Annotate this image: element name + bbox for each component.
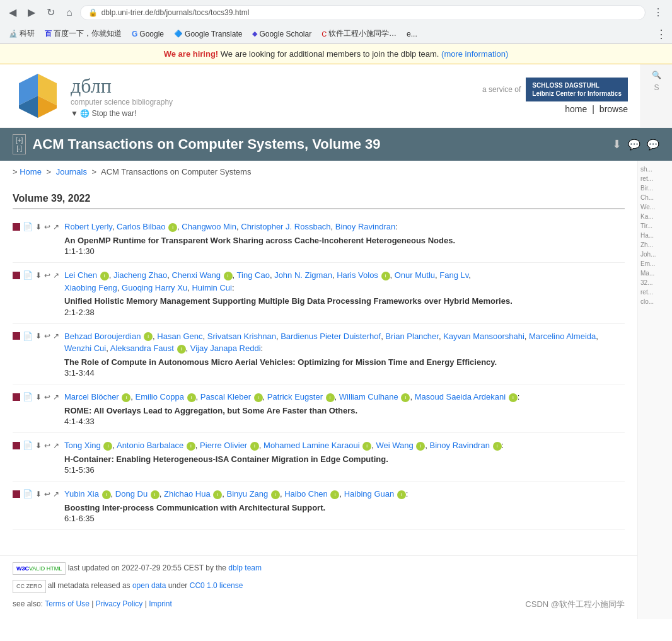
side-panel-item[interactable]: sh...: [640, 166, 669, 173]
cite-paper-icon[interactable]: ↩: [44, 441, 50, 450]
orcid-icon[interactable]: i: [187, 442, 195, 451]
cite-paper-icon[interactable]: ↩: [44, 271, 50, 280]
orcid-icon[interactable]: i: [213, 490, 222, 499]
side-panel-item[interactable]: Zh...: [640, 241, 669, 248]
cite-paper-icon[interactable]: ↩: [44, 393, 50, 401]
orcid-icon[interactable]: i: [144, 332, 153, 341]
download-paper-icon[interactable]: ⬇: [35, 393, 42, 401]
comment-icon[interactable]: 💬: [647, 139, 659, 151]
share-paper-icon[interactable]: ↗: [53, 441, 59, 450]
orcid-icon[interactable]: i: [493, 442, 502, 451]
download-paper-icon[interactable]: ⬇: [35, 490, 42, 499]
side-panel-item[interactable]: Ma...: [640, 270, 669, 277]
bookmark-icon-scholar: ◆: [252, 30, 257, 38]
search-icon[interactable]: 🔍: [652, 71, 661, 79]
orcid-icon[interactable]: i: [151, 490, 159, 499]
download-paper-icon[interactable]: ⬇: [35, 332, 42, 340]
document-icon[interactable]: 📄: [23, 222, 33, 231]
orcid-icon[interactable]: i: [254, 393, 263, 402]
orcid-icon[interactable]: i: [397, 490, 406, 499]
share-paper-icon[interactable]: ↗: [53, 332, 59, 340]
imprint-link[interactable]: Imprint: [149, 599, 172, 608]
side-panel-item[interactable]: Ka...: [640, 213, 669, 220]
back-button[interactable]: ◀: [5, 4, 20, 21]
bookmarks-more[interactable]: ⋮: [656, 27, 667, 41]
dagstuhl-logo: SCHLOSS DAGSTUHL Leibniz Center for Info…: [526, 78, 628, 101]
orcid-icon[interactable]: i: [326, 393, 335, 402]
dblp-team-link[interactable]: dblp team: [228, 563, 262, 572]
dblp-name: дблп: [71, 74, 173, 98]
orcid-icon[interactable]: i: [416, 442, 425, 451]
document-icon[interactable]: 📄: [23, 392, 33, 401]
see-also-text: see also:: [13, 599, 43, 608]
orcid-icon[interactable]: i: [250, 442, 259, 451]
orcid-icon[interactable]: i: [381, 272, 390, 280]
share-paper-icon[interactable]: ↗: [53, 222, 59, 231]
orcid-icon[interactable]: i: [362, 442, 371, 451]
bookmark-baidu[interactable]: 百 百度一下，你就知道: [41, 26, 125, 41]
address-bar[interactable]: 🔒 dblp.uni-trier.de/db/journals/tocs/toc…: [80, 5, 646, 20]
bookmark-google[interactable]: G Google: [128, 28, 168, 40]
privacy-link[interactable]: Privacy Policy: [96, 599, 143, 608]
orcid-icon[interactable]: i: [224, 272, 233, 280]
side-panel-item[interactable]: Ch...: [640, 194, 669, 201]
orcid-icon[interactable]: i: [401, 393, 410, 402]
orcid-icon[interactable]: i: [509, 393, 518, 402]
side-panel-item[interactable]: 32...: [640, 279, 669, 286]
bookmark-scholar[interactable]: ◆ Google Scholar: [248, 28, 315, 40]
terms-link[interactable]: Terms of Use: [45, 599, 90, 608]
side-panel-item[interactable]: clo...: [640, 298, 669, 305]
breadcrumb-journals[interactable]: Journals: [56, 167, 87, 176]
download-paper-icon[interactable]: ⬇: [35, 441, 42, 450]
stop-war[interactable]: ▼ 🌐 Stop the war!: [71, 109, 173, 118]
browse-nav-link[interactable]: browse: [600, 104, 628, 114]
forward-button[interactable]: ▶: [24, 4, 39, 21]
side-panel-item[interactable]: Ha...: [640, 232, 669, 239]
cite-paper-icon[interactable]: ↩: [44, 222, 50, 231]
breadcrumb-home[interactable]: Home: [20, 167, 42, 176]
side-panel-item[interactable]: Tir...: [640, 222, 669, 229]
download-icon[interactable]: ⬇: [612, 137, 622, 151]
reload-button[interactable]: ↻: [43, 4, 59, 21]
cite-paper-icon[interactable]: ↩: [44, 332, 50, 340]
bookmark-csdn[interactable]: C 软件工程小施同学…: [318, 26, 400, 41]
document-icon[interactable]: 📄: [23, 270, 33, 280]
share-paper-icon[interactable]: ↗: [53, 393, 59, 401]
home-button[interactable]: ⌂: [62, 4, 76, 21]
side-panel-item[interactable]: We...: [640, 204, 669, 211]
home-nav-link[interactable]: home: [565, 104, 587, 114]
orcid-icon[interactable]: i: [168, 223, 177, 232]
orcid-icon[interactable]: i: [330, 490, 339, 499]
side-panel-item[interactable]: Bir...: [640, 185, 669, 192]
share-paper-icon[interactable]: ↗: [53, 490, 59, 499]
orcid-icon[interactable]: i: [177, 345, 186, 354]
orcid-icon[interactable]: i: [103, 442, 112, 451]
side-panel-item[interactable]: ret...: [640, 289, 669, 296]
document-icon[interactable]: 📄: [23, 441, 33, 450]
more-info-link[interactable]: (more information): [441, 49, 508, 59]
download-paper-icon[interactable]: ⬇: [35, 222, 42, 231]
expand-collapse-btn[interactable]: [+] [-]: [13, 134, 26, 154]
document-icon[interactable]: 📄: [23, 489, 33, 499]
cite-paper-icon[interactable]: ↩: [44, 490, 50, 499]
side-panel-item[interactable]: ret...: [640, 175, 669, 182]
orcid-icon[interactable]: i: [271, 490, 280, 499]
orcid-icon[interactable]: i: [187, 393, 196, 402]
bookmark-translate[interactable]: 🔷 Google Translate: [170, 28, 246, 40]
orcid-icon[interactable]: i: [122, 393, 130, 402]
bookmark-kexue[interactable]: 🔬 科研: [5, 26, 38, 41]
menu-button[interactable]: ⋮: [649, 4, 667, 21]
side-panel-item[interactable]: Em...: [640, 260, 669, 267]
sidebar-toggle[interactable]: S: [654, 83, 659, 92]
download-paper-icon[interactable]: ⬇: [35, 271, 42, 280]
orcid-icon[interactable]: i: [102, 490, 111, 499]
license-link[interactable]: CC0 1.0 license: [190, 581, 243, 590]
open-data-link[interactable]: open data: [132, 581, 166, 590]
bookmark-extra[interactable]: e...: [403, 28, 421, 40]
document-icon[interactable]: 📄: [23, 332, 33, 341]
side-panel-item[interactable]: Joh...: [640, 251, 669, 258]
share-paper-icon[interactable]: ↗: [53, 271, 59, 280]
orcid-icon[interactable]: i: [100, 272, 109, 280]
cite-icon[interactable]: 💬: [628, 139, 640, 151]
bookmark-icon-csdn: C: [322, 30, 327, 38]
